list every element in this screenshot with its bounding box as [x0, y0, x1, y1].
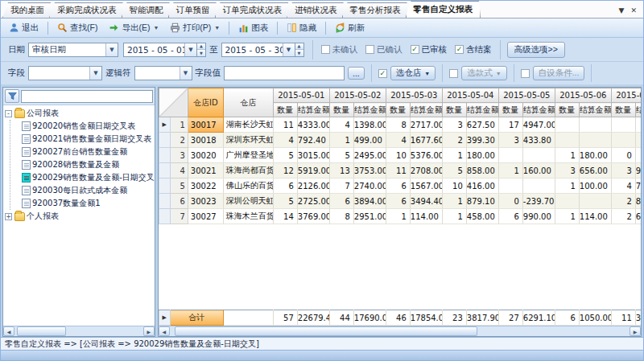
select-store-checkbox[interactable]: ✓ [378, 69, 387, 78]
cell-store-name[interactable]: 广州摩登圣地店(自) [223, 148, 273, 163]
expand-icon[interactable]: + [5, 213, 12, 220]
tab-0[interactable]: 我的桌面 [2, 2, 52, 18]
sidebar-hscroll-thumb[interactable] [17, 326, 66, 336]
tree-report-item-2[interactable]: 920027前台销售数量金额 [22, 146, 155, 158]
subheader-qty-1[interactable]: 数量 [329, 103, 353, 117]
tree-report-item-6[interactable]: 920037数量金额1 [22, 197, 155, 210]
toolbar-button-3[interactable]: 导出(E)▼ [104, 20, 163, 36]
date-from-spinner[interactable]: ▲▼ [197, 43, 206, 57]
cell-value[interactable]: 2725.00 [297, 194, 329, 209]
select-style-checkbox[interactable] [449, 69, 458, 78]
cell-value[interactable]: 2708.00 [410, 163, 442, 178]
grid-hscroll-thumb[interactable] [175, 326, 478, 336]
cell-value[interactable]: 1 [442, 209, 466, 224]
cell-value[interactable]: 5 [273, 148, 297, 163]
cell-store-name[interactable]: 珠海尚都百货(自) [223, 163, 273, 178]
field-select[interactable]: ▼ [28, 66, 102, 80]
subheader-amount-5[interactable]: 结算金额 [579, 103, 611, 117]
cell-value[interactable]: 2 [611, 194, 635, 209]
collapse-icon[interactable]: - [5, 110, 12, 117]
cell-value[interactable]: 2 [611, 209, 635, 224]
cell-value[interactable]: 4 [273, 133, 297, 148]
cell-value[interactable]: 5919.00 [297, 163, 329, 178]
sidebar-hscroll-track[interactable] [14, 326, 143, 336]
field-value-input[interactable] [224, 66, 345, 80]
grid-row-1[interactable]: 230018深圳东环天虹(自)4792.401499.0041677.60239… [159, 133, 642, 148]
cell-store-name[interactable]: 湖南长沙天虹(自) [223, 117, 273, 133]
cell-value[interactable]: 6 [329, 194, 353, 209]
column-header-date-3[interactable]: 2015-05-04 [442, 88, 498, 103]
toolbar-button-8[interactable]: 隐藏 [282, 20, 321, 36]
cell-value[interactable]: 4 [386, 133, 410, 148]
cell-value[interactable]: 3769.00 [297, 209, 329, 224]
operator-select[interactable]: ▼ [134, 66, 192, 80]
subheader-amount-0[interactable]: 结算金额 [297, 103, 329, 117]
cell-value[interactable]: 1 [442, 148, 466, 163]
column-header-store-id[interactable]: 仓店ID [188, 88, 223, 117]
cell-value[interactable]: 399.30 [466, 133, 498, 148]
cell-value[interactable] [522, 148, 555, 163]
cell-value[interactable]: 3 [498, 133, 522, 148]
toolbar-button-4[interactable]: 打印(P)▼ [165, 20, 225, 36]
cell-value[interactable]: 858.00 [466, 163, 498, 178]
cell-value[interactable]: 114.00 [410, 209, 442, 224]
cell-value[interactable] [555, 133, 579, 148]
tree-report-item-3[interactable]: 920028销售数量及金额 [22, 158, 155, 171]
cell-value[interactable]: 3494.40 [410, 194, 442, 209]
cell-store-id[interactable]: 30027 [188, 209, 223, 224]
subheader-amount-3[interactable]: 结算金额 [466, 103, 498, 117]
column-header-date-6[interactable]: 2015-05-07 [611, 88, 642, 103]
date-to-input[interactable]: 2015 - 05 - 30 ▼ [221, 43, 295, 57]
scroll-left-icon[interactable]: ◀ [159, 326, 170, 336]
cell-value[interactable]: 17 [498, 117, 522, 133]
tree-report-item-4-selected[interactable]: 920029销售数量及金额-日期交叉 [22, 171, 155, 184]
tab-7[interactable]: 零售自定义报表 [406, 1, 481, 18]
select-style-button[interactable]: 选款式 ▼ [461, 66, 506, 80]
tab-4[interactable]: 订单完成状况表 [215, 2, 291, 18]
cell-value[interactable] [635, 133, 642, 148]
cell-value[interactable]: 12 [273, 163, 297, 178]
cell-value[interactable]: 4 [329, 117, 353, 133]
cell-value[interactable]: 627.50 [466, 117, 498, 133]
cell-value[interactable]: 3 [442, 117, 466, 133]
cell-value[interactable]: 416.00 [466, 178, 498, 194]
custom-condition-checkbox[interactable] [521, 69, 530, 78]
tab-3[interactable]: 订单预留 [168, 2, 218, 18]
cell-value[interactable]: 13 [329, 163, 353, 178]
subheader-qty-0[interactable]: 数量 [273, 103, 297, 117]
cell-value[interactable]: 2495.00 [353, 148, 386, 163]
cell-value[interactable]: 1 [386, 209, 410, 224]
cell-value[interactable] [635, 117, 642, 133]
tab-2[interactable]: 智能调配 [122, 2, 171, 18]
cell-value[interactable] [611, 117, 635, 133]
tree-report-item-1[interactable]: 920021销售数量金额日期交叉表 [22, 133, 155, 146]
cell-store-id[interactable]: 30023 [188, 194, 223, 209]
column-header-date-4[interactable]: 2015-05-05 [498, 88, 555, 103]
grid-hscroll-track[interactable] [170, 326, 630, 336]
cell-value[interactable]: 114.00 [579, 209, 611, 224]
column-header-date-0[interactable]: 2015-05-01 [273, 88, 329, 103]
cell-value[interactable]: 2717.00 [410, 117, 442, 133]
cell-value[interactable]: 984.00 [635, 163, 642, 178]
cell-value[interactable]: 864.60 [635, 194, 642, 209]
cell-value[interactable]: 4333.00 [297, 117, 329, 133]
cell-store-id[interactable]: 30020 [188, 148, 223, 163]
cell-value[interactable]: 3 [611, 163, 635, 178]
grid-row-6[interactable]: 730027珠海木兰百货143769.0082951.001114.001458… [159, 209, 642, 224]
status-checkbox-3[interactable]: ✓含结案 [455, 44, 492, 55]
cell-value[interactable]: 3 [555, 163, 579, 178]
cell-value[interactable]: 2126.00 [297, 178, 329, 194]
cell-value[interactable]: 1 [442, 194, 466, 209]
cell-value[interactable]: 1677.60 [410, 133, 442, 148]
advanced-options-button[interactable]: 高级选项>> [507, 42, 565, 58]
scroll-left-icon[interactable]: ◀ [3, 326, 14, 336]
cell-value[interactable]: 180.00 [579, 148, 611, 163]
subheader-amount-1[interactable]: 结算金额 [353, 103, 386, 117]
chevron-down-icon[interactable]: ▼ [283, 43, 295, 56]
cell-value[interactable]: 1 [329, 133, 353, 148]
cell-value[interactable]: 0 [498, 194, 522, 209]
grid-row-0[interactable]: ▶130017湖南长沙天虹(自)114333.0041398.0082717.0… [159, 117, 642, 133]
cell-value[interactable]: 1398.00 [353, 117, 386, 133]
cell-value[interactable]: 5 [273, 194, 297, 209]
grid-row-2[interactable]: 330020广州摩登圣地店(自)53015.0052495.00105376.0… [159, 148, 642, 163]
